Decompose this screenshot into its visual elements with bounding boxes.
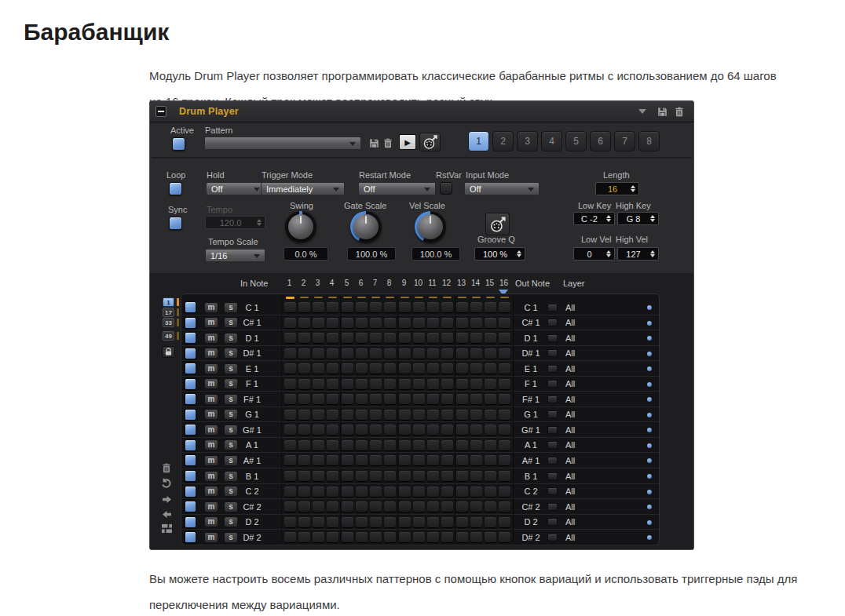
mute-button[interactable]: m: [204, 363, 218, 374]
pattern-button-3[interactable]: 3: [517, 131, 538, 151]
layer-value[interactable]: All: [565, 364, 575, 374]
stepper-up-icon[interactable]: [631, 185, 635, 188]
step-cell[interactable]: [298, 318, 310, 328]
out-note-checkbox[interactable]: [547, 349, 558, 357]
step-cell[interactable]: [284, 333, 296, 343]
step-cell[interactable]: [470, 410, 482, 420]
mute-button[interactable]: m: [204, 425, 218, 436]
step-cell[interactable]: [413, 302, 425, 312]
step-cell[interactable]: [427, 410, 439, 420]
out-note-checkbox[interactable]: [547, 304, 558, 312]
step-cell[interactable]: [441, 487, 453, 497]
track-active-checkbox[interactable]: [185, 470, 196, 482]
step-cell[interactable]: [370, 318, 382, 328]
step-cell[interactable]: [413, 425, 425, 435]
step-cell[interactable]: [284, 471, 296, 481]
step-cell[interactable]: [427, 455, 439, 465]
mute-button[interactable]: m: [204, 409, 218, 420]
step-cell[interactable]: [485, 394, 496, 404]
step-cell[interactable]: [413, 348, 425, 359]
layer-value[interactable]: All: [565, 318, 575, 327]
step-cell[interactable]: [313, 487, 324, 497]
step-cell[interactable]: [456, 455, 468, 465]
step-cell[interactable]: [313, 394, 324, 404]
step-cell[interactable]: [470, 440, 482, 450]
undo-button[interactable]: [159, 476, 174, 490]
step-cell[interactable]: [284, 318, 296, 328]
stepper-up-icon[interactable]: [606, 215, 611, 218]
step-cell[interactable]: [384, 394, 396, 404]
step-cell[interactable]: [313, 440, 324, 450]
layer-value[interactable]: All: [565, 395, 575, 404]
out-note-checkbox[interactable]: [547, 457, 558, 465]
track-active-checkbox[interactable]: [185, 332, 196, 344]
step-cell[interactable]: [370, 425, 382, 435]
mute-button[interactable]: m: [204, 302, 218, 313]
step-cell[interactable]: [485, 440, 496, 450]
step-cell[interactable]: [441, 471, 453, 481]
save-pattern-icon[interactable]: [369, 137, 379, 151]
step-cell[interactable]: [342, 379, 353, 389]
step-cell[interactable]: [470, 425, 482, 435]
layer-value[interactable]: All: [565, 472, 575, 481]
tempo-stepper[interactable]: 120.0: [205, 216, 265, 229]
step-cell[interactable]: [313, 302, 324, 312]
step-cell[interactable]: [313, 318, 324, 328]
shift-right-button[interactable]: [159, 492, 174, 506]
step-cell[interactable]: [441, 394, 453, 404]
step-cell[interactable]: [413, 471, 425, 481]
out-note-checkbox[interactable]: [547, 426, 558, 434]
layer-value[interactable]: All: [565, 487, 575, 496]
groove-midi-button[interactable]: [485, 213, 510, 235]
step-cell[interactable]: [313, 348, 324, 359]
step-cell[interactable]: [327, 455, 338, 465]
step-cell[interactable]: [485, 425, 496, 435]
step-cell[interactable]: [313, 425, 324, 435]
step-cell[interactable]: [327, 440, 338, 450]
step-cell[interactable]: [298, 363, 310, 374]
step-cell[interactable]: [456, 379, 468, 389]
step-cell[interactable]: [384, 532, 396, 542]
layer-value[interactable]: All: [565, 334, 575, 343]
step-cell[interactable]: [399, 302, 411, 312]
step-cell[interactable]: [427, 394, 439, 404]
layer-value[interactable]: All: [565, 410, 575, 419]
mute-button[interactable]: m: [204, 455, 218, 466]
step-cell[interactable]: [485, 333, 496, 343]
step-cell[interactable]: [456, 318, 468, 328]
pattern-dropdown[interactable]: [204, 137, 361, 150]
step-cell[interactable]: [470, 302, 482, 312]
out-note-checkbox[interactable]: [547, 334, 558, 342]
step-cell[interactable]: [441, 425, 453, 435]
step-cell[interactable]: [470, 501, 482, 512]
step-cell[interactable]: [485, 501, 496, 512]
step-cell[interactable]: [342, 517, 353, 527]
midi-export-button[interactable]: [419, 133, 441, 151]
pattern-button-4[interactable]: 4: [541, 131, 562, 151]
step-cell[interactable]: [342, 471, 353, 481]
step-cell[interactable]: [327, 333, 338, 343]
step-cell[interactable]: [298, 333, 310, 343]
step-cell[interactable]: [413, 379, 425, 389]
step-cell[interactable]: [399, 425, 411, 435]
step-cell[interactable]: [413, 333, 425, 343]
step-cell[interactable]: [384, 455, 396, 465]
step-cell[interactable]: [327, 425, 338, 435]
pattern-button-6[interactable]: 6: [590, 131, 611, 151]
mute-button[interactable]: m: [204, 394, 218, 405]
mute-button[interactable]: m: [204, 471, 218, 482]
track-active-checkbox[interactable]: [185, 317, 196, 329]
trigger-mode-dropdown[interactable]: Immediately: [261, 182, 345, 195]
step-cell[interactable]: [356, 487, 368, 497]
step-cell[interactable]: [384, 487, 396, 497]
step-cell[interactable]: [427, 302, 439, 312]
step-cell[interactable]: [342, 487, 353, 497]
step-cell[interactable]: [313, 379, 324, 389]
step-cell[interactable]: [356, 363, 368, 374]
gate-scale-knob[interactable]: [350, 211, 382, 242]
step-cell[interactable]: [427, 379, 439, 389]
step-cell[interactable]: [284, 410, 296, 420]
mute-button[interactable]: m: [204, 532, 218, 543]
step-cell[interactable]: [370, 471, 382, 481]
step-cell[interactable]: [399, 363, 411, 374]
